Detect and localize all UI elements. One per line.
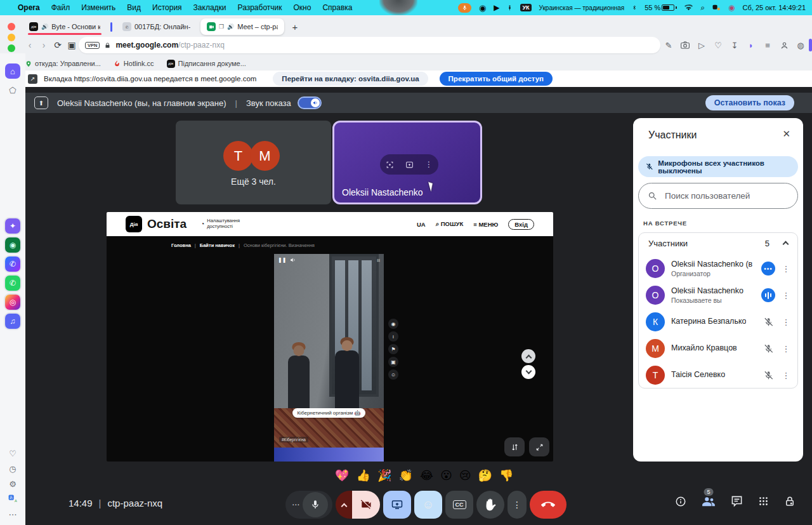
menu-view[interactable]: Вид	[127, 3, 141, 12]
tiktok-icon[interactable]: ♫	[5, 314, 20, 329]
camera-off-button[interactable]	[352, 491, 380, 519]
reactions-button[interactable]: ☺	[414, 491, 442, 519]
tab-0017bd[interactable]: ✆ 0017БД: Онлайн-зустрі	[116, 18, 197, 35]
bluetooth-icon[interactable]	[632, 4, 637, 11]
fullscreen-tile-icon[interactable]	[386, 161, 394, 169]
participant-row[interactable]: М Михайло Кравцов ⋮	[638, 335, 798, 362]
reaction-clap[interactable]: 👏	[398, 469, 412, 482]
minimize-window-button[interactable]	[8, 34, 15, 41]
stop-sharing-button[interactable]: Прекратить общий доступ	[440, 72, 553, 86]
captions-button[interactable]: CC	[445, 491, 473, 519]
info-small-icon[interactable]: i	[388, 331, 398, 342]
more-options-button[interactable]: ⋮	[508, 491, 527, 519]
theme-toggle-icon[interactable]: ◗	[743, 41, 759, 50]
user-switch-icon[interactable]	[712, 4, 721, 11]
easy-setup-icon[interactable]: ≡	[759, 41, 776, 50]
tab-audio-icon-2[interactable]: 🔊	[227, 23, 234, 30]
tile-more-options-icon[interactable]: ⋮	[425, 160, 433, 169]
participant-menu-icon[interactable]: ⋮	[782, 291, 790, 300]
reaction-thumbs-up[interactable]: 👍	[356, 469, 370, 482]
present-screen-button[interactable]	[383, 491, 411, 519]
whatsapp-icon[interactable]: ✆	[5, 276, 20, 291]
site-login-button[interactable]: Вхід	[508, 219, 534, 230]
menu-file[interactable]: Файл	[51, 3, 70, 12]
flow-send-icon[interactable]: ▷	[693, 41, 710, 50]
menu-edit[interactable]: Изменить	[81, 3, 115, 12]
vpn-badge[interactable]: VPN	[85, 42, 100, 49]
menu-help[interactable]: Справка	[322, 3, 352, 12]
reaction-icon[interactable]: ☺	[388, 369, 398, 380]
downloads-icon[interactable]: ↧	[726, 41, 743, 50]
person-status-icon[interactable]	[507, 4, 513, 12]
volume-icon[interactable]	[290, 257, 296, 263]
back-button[interactable]: ‹	[23, 40, 37, 50]
participant-menu-icon[interactable]: ⋮	[782, 317, 790, 327]
participant-row[interactable]: O Oleksii NastachenkoПоказываете вы ⋮	[638, 282, 798, 309]
pause-icon[interactable]: ❚❚	[278, 257, 286, 263]
views-icon[interactable]: ◉	[388, 319, 398, 329]
tab-meet-active[interactable]: ❐ 🔊 Meet – ctp-paaz	[200, 18, 284, 35]
menu-developer[interactable]: Разработчик	[238, 3, 282, 12]
expand-video-icon[interactable]: ⌗	[377, 257, 380, 264]
participant-row[interactable]: Т Таісія Селевко ⋮	[638, 362, 798, 389]
participant-search-input[interactable]	[664, 190, 778, 201]
reaction-heart[interactable]: 💖	[335, 469, 349, 482]
menu-opera[interactable]: Opera	[18, 3, 40, 12]
mic-options-icon[interactable]: ⋯	[292, 500, 300, 509]
fullscreen-share-button[interactable]	[529, 437, 549, 456]
settings-gear-icon[interactable]: ⚙	[5, 476, 20, 491]
reaction-surprised[interactable]: 😮	[440, 469, 452, 482]
tab-audio-icon[interactable]: 🔊	[41, 23, 48, 30]
speed-dial-icon[interactable]: ⌂	[5, 63, 20, 79]
battery-indicator[interactable]: 55 %	[645, 4, 677, 11]
presentation-sound-toggle[interactable]	[298, 96, 322, 109]
bookmark-hotlink[interactable]: Hotlink.cc	[114, 60, 154, 67]
participant-search[interactable]	[638, 183, 798, 209]
siri-icon[interactable]: ◉	[728, 3, 735, 12]
sidebar-more-icon[interactable]: ⋯	[5, 507, 20, 522]
crypto-wallet-icon[interactable]: ◉	[5, 237, 20, 253]
playback-status-icon[interactable]: ▶	[494, 3, 499, 12]
forward-button[interactable]: ›	[37, 40, 51, 50]
people-panel-icon[interactable]: 5	[702, 496, 716, 507]
favorites-heart-icon[interactable]: ♡	[710, 41, 726, 50]
new-tab-button[interactable]: +	[288, 20, 302, 34]
menu-history[interactable]: История	[152, 3, 182, 12]
menu-window[interactable]: Окно	[294, 3, 311, 12]
prev-video-button[interactable]	[521, 349, 535, 363]
aria-ai-icon[interactable]: ✦	[5, 218, 20, 234]
chat-panel-icon[interactable]	[731, 495, 743, 507]
bookmark-diia-sign[interactable]: дія Підписання докуме...	[167, 60, 246, 68]
share-tab-tile-icon[interactable]	[405, 161, 414, 169]
activities-grid-icon[interactable]	[758, 496, 769, 507]
reaction-laugh[interactable]: 😂	[420, 469, 433, 482]
osvita-brand[interactable]: Освіта	[147, 217, 187, 231]
participant-row[interactable]: O Oleksii Nastachenko (вы)Организатор ••…	[638, 255, 798, 282]
bookmark-maps[interactable]: откуда: Управлени...	[25, 60, 101, 68]
reload-button[interactable]: ⟳	[51, 40, 65, 50]
url-text[interactable]: meet.google.com/ctp-paaz-nxq	[115, 41, 224, 50]
presenter-tile[interactable]: ⋮ Oleksii Nastachenko	[332, 121, 482, 204]
zoom-window-button[interactable]	[8, 44, 15, 52]
participant-menu-icon[interactable]: ⋮	[782, 344, 790, 354]
bookmark-icon[interactable]: ⚑	[388, 344, 398, 354]
mic-in-use-indicator[interactable]	[458, 3, 471, 13]
extensions-icon[interactable]: ◍	[792, 41, 809, 50]
next-video-preview[interactable]	[274, 448, 384, 462]
compose-icon[interactable]: ✎	[660, 41, 677, 50]
participant-menu-icon[interactable]: ⋮	[782, 264, 790, 274]
sidebar-toggle-accent[interactable]	[809, 39, 812, 51]
history-sidebar-icon[interactable]: ◷	[5, 461, 20, 476]
wifi-icon[interactable]	[684, 4, 693, 11]
reaction-thinking[interactable]: 🤔	[478, 469, 492, 482]
swap-layout-button[interactable]	[504, 437, 525, 456]
participants-group-header[interactable]: Участники 5	[638, 232, 798, 254]
mic-button[interactable]: ⋯	[285, 491, 332, 519]
menubar-clock[interactable]: Сб, 25 окт. 14:49:21	[743, 4, 806, 11]
reaction-thumbs-down[interactable]: 👎	[499, 469, 513, 482]
vpn-status-icon[interactable]: ◉	[479, 3, 486, 13]
host-controls-lock-icon[interactable]	[784, 496, 796, 507]
raise-hand-button[interactable]: ✋	[476, 491, 504, 519]
url-field[interactable]: VPN meet.google.com/ctp-paaz-nxq	[79, 37, 660, 53]
instagram-icon[interactable]: ◎	[5, 295, 20, 310]
